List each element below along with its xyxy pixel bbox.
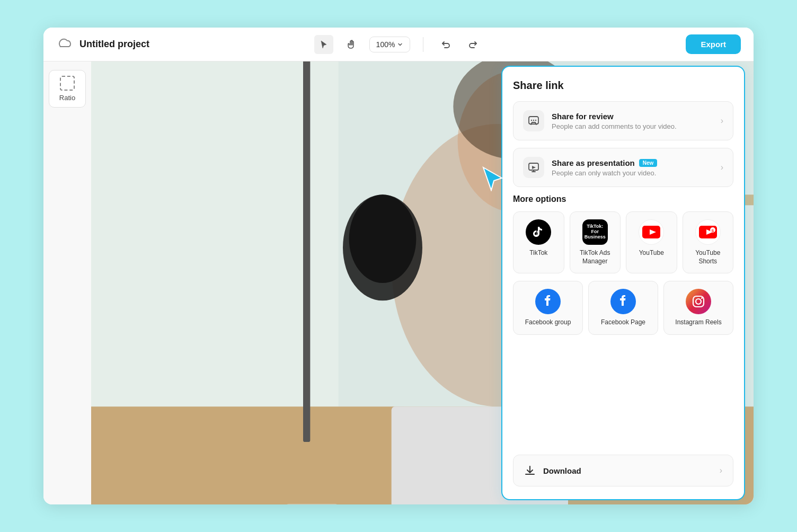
new-badge: New	[639, 159, 658, 167]
facebook-group-label: Facebook group	[525, 318, 571, 327]
cursor-arrow-indicator	[478, 165, 504, 193]
facebook-page-label: Facebook Page	[601, 318, 645, 327]
share-for-review-arrow: ›	[721, 116, 723, 126]
svg-point-26	[535, 120, 536, 121]
youtube-shorts-label: YouTube Shorts	[687, 249, 729, 265]
svg-point-25	[533, 120, 534, 121]
tiktok-ads-icon: TikTok:ForBusiness	[582, 219, 608, 245]
option-tiktok-ads[interactable]: TikTok:ForBusiness TikTok Ads Manager	[570, 211, 621, 273]
tiktok-label: TikTok	[529, 249, 547, 258]
svg-marker-22	[483, 167, 502, 190]
canvas-area: Share link Share for review	[91, 61, 754, 504]
option-facebook-group[interactable]: Facebook group	[513, 281, 583, 335]
youtube-icon	[639, 219, 664, 245]
svg-point-10	[349, 194, 417, 283]
share-for-review-title: Share for review	[552, 112, 713, 121]
header-left: Untitled project	[56, 36, 314, 53]
facebook-page-icon	[610, 289, 636, 314]
share-as-presentation-arrow: ›	[721, 163, 723, 172]
header-center: 100%	[314, 35, 483, 54]
zoom-dropdown[interactable]: 100%	[369, 37, 411, 52]
more-options-title: More options	[513, 194, 733, 204]
cloud-icon	[56, 36, 73, 53]
svg-rect-7	[303, 61, 310, 442]
share-as-presentation-text: Share as presentation New People can onl…	[552, 158, 713, 177]
instagram-reels-icon	[686, 289, 711, 314]
undo-button[interactable]	[436, 35, 455, 54]
option-instagram-reels[interactable]: Instagram Reels	[663, 281, 733, 335]
select-tool-button[interactable]	[314, 35, 333, 54]
hand-tool-button[interactable]	[342, 35, 361, 54]
youtube-shorts-icon: S	[695, 219, 721, 245]
zoom-value: 100%	[376, 40, 395, 49]
download-icon	[524, 465, 536, 476]
option-tiktok[interactable]: ♪ TikTok	[513, 211, 564, 273]
header-right: Export	[483, 34, 741, 54]
share-for-review-card[interactable]: Share for review People can add comments…	[513, 101, 733, 140]
svg-point-37	[696, 299, 701, 304]
main-content: Ratio	[43, 61, 754, 504]
download-arrow: ›	[720, 466, 722, 475]
share-as-presentation-icon	[523, 157, 544, 178]
app-container: Untitled project 100%	[43, 28, 754, 504]
option-youtube-shorts[interactable]: S YouTube Shorts	[683, 211, 734, 273]
ratio-button[interactable]: Ratio	[49, 70, 86, 108]
share-as-presentation-desc: People can only watch your video.	[552, 169, 713, 177]
share-for-review-icon	[523, 110, 544, 131]
share-for-review-text: Share for review People can add comments…	[552, 112, 713, 130]
ratio-icon	[60, 76, 75, 91]
svg-marker-28	[532, 166, 536, 169]
share-for-review-desc: People can add comments to your video.	[552, 122, 713, 130]
svg-rect-13	[286, 504, 339, 504]
download-label: Download	[543, 466, 712, 475]
options-grid-row2: Facebook group Facebook Page	[513, 281, 733, 335]
header-divider	[423, 37, 423, 52]
download-button[interactable]: Download ›	[513, 455, 733, 486]
share-link-title: Share link	[513, 79, 733, 92]
tiktok-ads-label: TikTok Ads Manager	[574, 249, 616, 265]
header: Untitled project 100%	[43, 28, 754, 61]
redo-button[interactable]	[464, 35, 483, 54]
svg-point-24	[531, 120, 532, 121]
export-button[interactable]: Export	[686, 34, 741, 54]
svg-point-38	[701, 297, 703, 299]
instagram-reels-label: Instagram Reels	[675, 318, 721, 327]
share-panel: Share link Share for review	[501, 66, 745, 500]
tiktok-icon: ♪	[526, 219, 551, 245]
share-as-presentation-card[interactable]: Share as presentation New People can onl…	[513, 148, 733, 187]
ratio-label: Ratio	[59, 94, 75, 102]
option-youtube[interactable]: YouTube	[626, 211, 677, 273]
svg-rect-2	[91, 61, 339, 406]
options-grid-row1: ♪ TikTok TikTok:ForBusiness TikTok Ads M…	[513, 211, 733, 273]
left-sidebar: Ratio	[43, 61, 91, 504]
svg-text:S: S	[711, 229, 714, 233]
share-as-presentation-title: Share as presentation New	[552, 158, 713, 167]
option-facebook-page[interactable]: Facebook Page	[588, 281, 658, 335]
facebook-group-icon	[535, 289, 561, 314]
youtube-label: YouTube	[639, 249, 664, 258]
project-title: Untitled project	[79, 39, 149, 50]
